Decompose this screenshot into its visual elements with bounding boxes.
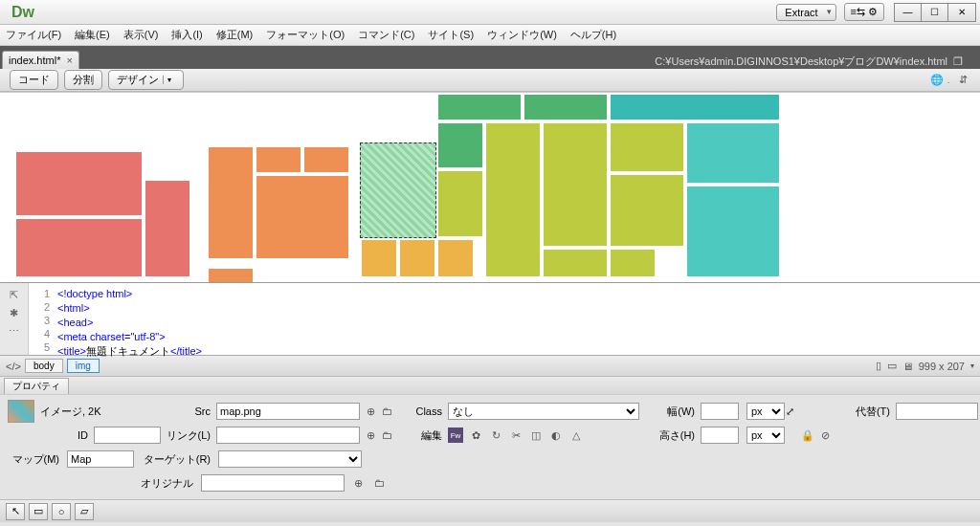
minimize-button[interactable]: — xyxy=(895,4,922,21)
code-nav-icon[interactable]: </> xyxy=(6,359,21,374)
reset-size-icon[interactable]: ⊘ xyxy=(817,427,833,443)
original-input[interactable] xyxy=(201,474,345,492)
sync-settings-button[interactable]: ≡⇆ ⚙ xyxy=(844,3,884,21)
lock-aspect-icon[interactable]: 🔒 xyxy=(800,427,815,443)
document-tab[interactable]: index.html* × xyxy=(2,51,79,69)
file-path: C:¥Users¥admin.DIGINNOS1¥Desktop¥ブログDW¥i… xyxy=(655,55,980,69)
circle-hotspot-tool[interactable]: ○ xyxy=(52,503,71,520)
class-label: Class xyxy=(398,405,444,417)
height-label: 高さ(H) xyxy=(643,428,697,443)
view-mode-bar: コード 分割 デザイン▾ 🌐﹒ ⇵ xyxy=(0,69,980,92)
window-controls: — ☐ ✕ xyxy=(894,3,976,22)
edit-label: 編集 xyxy=(398,428,444,443)
code-editor[interactable]: ⇱ ✱ ⋯ 12345 <!doctype html> <html> <head… xyxy=(0,283,980,356)
menu-insert[interactable]: 挿入(I) xyxy=(171,28,202,42)
menu-bar: ファイル(F) 編集(E) 表示(V) 挿入(I) 修正(M) フォーマット(O… xyxy=(0,25,980,46)
resample-icon[interactable]: ◫ xyxy=(528,427,544,443)
width-label: 幅(W) xyxy=(643,405,697,419)
menu-format[interactable]: フォーマット(O) xyxy=(266,28,345,42)
browse-folder-icon-2[interactable]: 🗀 xyxy=(380,427,394,443)
point-to-file-icon[interactable]: ⊕ xyxy=(364,404,378,419)
more-icon[interactable]: ⋯ xyxy=(9,325,19,338)
transfer-icon[interactable]: ⇵ xyxy=(955,73,970,88)
src-label: Src xyxy=(165,405,212,417)
app-logo: Dw xyxy=(11,4,34,21)
device-phone-icon[interactable]: ▯ xyxy=(876,360,881,372)
properties-tab-strip: プロパティ xyxy=(0,377,980,394)
device-tablet-icon[interactable]: ▭ xyxy=(887,360,897,372)
menu-window[interactable]: ウィンドウ(W) xyxy=(487,28,557,42)
alt-label: 代替(T) xyxy=(838,405,892,419)
height-unit[interactable]: px xyxy=(746,427,785,444)
crop-icon[interactable]: ✂ xyxy=(508,427,523,443)
height-input[interactable] xyxy=(701,427,739,444)
split-view-button[interactable]: 分割 xyxy=(64,70,102,90)
properties-panel: イメージ, 2K Src ⊕🗀 Class なし 幅(W) px⤢ 代替(T) … xyxy=(0,394,980,499)
code-view-button[interactable]: コード xyxy=(10,70,58,90)
restore-icon[interactable]: ❐ xyxy=(953,55,963,68)
image-thumbnail xyxy=(8,400,34,423)
fireworks-icon[interactable]: Fw xyxy=(448,427,463,443)
menu-file[interactable]: ファイル(F) xyxy=(6,28,61,42)
id-input[interactable] xyxy=(94,427,161,444)
document-tab-bar: index.html* × C:¥Users¥admin.DIGINNOS1¥D… xyxy=(0,46,980,69)
refresh-icon[interactable]: ↻ xyxy=(488,427,503,443)
lock-icon[interactable]: ⤢ xyxy=(786,405,794,418)
design-canvas[interactable] xyxy=(0,92,980,283)
code-content[interactable]: <!doctype html> <html> <head> <meta char… xyxy=(54,283,980,355)
extract-dropdown[interactable]: Extract xyxy=(776,4,835,21)
src-input[interactable] xyxy=(216,403,360,420)
menu-site[interactable]: サイト(S) xyxy=(428,28,474,42)
tag-selector-bar: </> body img ▯ ▭ 🖥 999 x 207 ▾ xyxy=(0,356,980,377)
poly-hotspot-tool[interactable]: ▱ xyxy=(75,503,94,520)
width-input[interactable] xyxy=(701,403,739,420)
hotspot-toolbar: ↖ ▭ ○ ▱ xyxy=(0,499,980,522)
pointer-tool[interactable]: ↖ xyxy=(6,503,25,520)
map-input[interactable] xyxy=(67,450,134,468)
point-to-file-icon-2[interactable]: ⊕ xyxy=(364,427,378,443)
target-select[interactable] xyxy=(218,450,362,468)
globe-icon[interactable]: 🌐﹒ xyxy=(934,73,949,88)
menu-command[interactable]: コマンド(C) xyxy=(358,28,414,42)
alt-input[interactable] xyxy=(896,403,978,420)
size-dropdown-icon[interactable]: ▾ xyxy=(970,362,974,370)
design-view-button[interactable]: デザイン▾ xyxy=(108,70,184,90)
brightness-icon[interactable]: ◐ xyxy=(548,427,564,443)
tag-body[interactable]: body xyxy=(25,359,63,373)
sharpen-icon[interactable]: △ xyxy=(568,427,584,443)
code-side-tools: ⇱ ✱ ⋯ xyxy=(0,283,29,355)
menu-edit[interactable]: 編集(E) xyxy=(75,28,110,42)
close-button[interactable]: ✕ xyxy=(948,4,975,21)
line-numbers: 12345 xyxy=(29,283,54,355)
point-to-file-icon-3[interactable]: ⊕ xyxy=(350,475,366,491)
tag-img[interactable]: img xyxy=(67,359,100,373)
properties-tab[interactable]: プロパティ xyxy=(4,378,69,394)
target-label: ターゲット(R) xyxy=(140,452,212,467)
title-bar: Dw Extract ≡⇆ ⚙ — ☐ ✕ xyxy=(0,0,980,25)
original-label: オリジナル xyxy=(138,476,195,491)
link-label: リンク(L) xyxy=(165,428,212,443)
sync-icon: ≡⇆ xyxy=(851,6,865,18)
browse-folder-icon-3[interactable]: 🗀 xyxy=(371,475,387,491)
menu-help[interactable]: ヘルプ(H) xyxy=(570,28,616,42)
tab-title: index.html* xyxy=(9,55,60,66)
gear-icon: ⚙ xyxy=(868,6,878,18)
wand-icon[interactable]: ✱ xyxy=(10,307,18,319)
menu-modify[interactable]: 修正(M) xyxy=(216,28,254,42)
maximize-button[interactable]: ☐ xyxy=(922,4,948,21)
id-label: ID xyxy=(78,429,90,441)
close-tab-icon[interactable]: × xyxy=(66,55,72,66)
width-unit[interactable]: px xyxy=(746,403,785,420)
class-select[interactable]: なし xyxy=(448,403,639,420)
image-info-label: イメージ, 2K xyxy=(40,405,101,419)
viewport-size: 999 x 207 xyxy=(919,361,965,372)
rect-hotspot-tool[interactable]: ▭ xyxy=(29,503,48,520)
edit-settings-icon[interactable]: ✿ xyxy=(468,427,483,443)
map-label: マップ(M) xyxy=(8,452,61,467)
browse-folder-icon[interactable]: 🗀 xyxy=(380,404,394,419)
device-desktop-icon[interactable]: 🖥 xyxy=(902,361,913,372)
menu-view[interactable]: 表示(V) xyxy=(123,28,159,42)
link-input[interactable] xyxy=(216,427,360,444)
collapse-icon[interactable]: ⇱ xyxy=(10,289,18,301)
